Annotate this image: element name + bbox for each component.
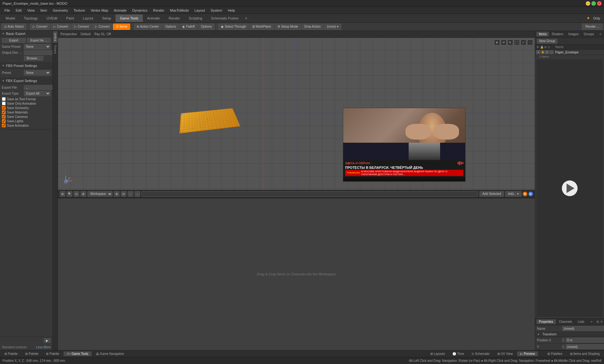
viewport-canvas[interactable]: ⊕ ↺ ↻ ⛶ ⤢ ⋮ 20:25 LIVE bbox=[58, 38, 535, 190]
auto-select-button[interactable]: ⊙ Auto Select bbox=[1, 24, 26, 30]
more-link[interactable]: More bbox=[43, 345, 51, 349]
menu-edit[interactable]: Edit bbox=[13, 8, 24, 13]
rp-tab-items[interactable]: Items bbox=[536, 32, 549, 36]
play-button[interactable]: ▶ bbox=[528, 192, 533, 196]
rp-tab-shaders[interactable]: Shaders bbox=[549, 32, 566, 36]
export-section-header[interactable]: ▼ Basic Export bbox=[0, 31, 53, 37]
items-shading-button[interactable]: ⊞ Items and Shading bbox=[567, 351, 603, 356]
props-pop-out-icon[interactable]: ⊞ bbox=[596, 320, 599, 323]
workspace-select[interactable]: Workspace bbox=[87, 191, 113, 197]
vp-tool-3[interactable]: ↻ bbox=[507, 40, 513, 45]
menu-dynamics[interactable]: Dynamics bbox=[130, 8, 150, 13]
tl-fit-button[interactable]: ⊡ bbox=[74, 191, 79, 197]
mesh-icon[interactable]: ⊞ bbox=[545, 50, 549, 54]
side-tab-baking[interactable]: Baking bbox=[53, 43, 58, 56]
props-tab-properties[interactable]: Properties bbox=[536, 319, 556, 324]
export-file-input[interactable] bbox=[24, 85, 53, 90]
item-type-icon[interactable]: □ bbox=[550, 50, 553, 54]
rp-item-paper-envelope[interactable]: 👁 🔒 ⊞ □ Paper_Envelope bbox=[535, 50, 604, 55]
position-y-input[interactable] bbox=[566, 344, 604, 349]
menu-help[interactable]: Help bbox=[225, 8, 238, 13]
tab-paint[interactable]: Paint bbox=[62, 14, 78, 22]
bot-tab-palette-1[interactable]: ⊞ Palette bbox=[1, 351, 21, 356]
vp-tool-1[interactable]: ⊕ bbox=[494, 40, 500, 45]
menu-render[interactable]: Render bbox=[150, 8, 167, 13]
maximize-button[interactable]: □ bbox=[591, 1, 596, 6]
export-as-button[interactable]: Export As ... bbox=[27, 38, 51, 43]
menu-file[interactable]: File bbox=[2, 8, 13, 13]
tab-game-tools[interactable]: Game Tools bbox=[115, 14, 143, 22]
output-dir-input[interactable] bbox=[24, 50, 53, 55]
tl-nav-4[interactable]: ↓ bbox=[135, 191, 140, 197]
save-lights-checkbox[interactable] bbox=[2, 119, 6, 123]
lock-icon[interactable]: 🔒 bbox=[541, 50, 545, 54]
save-animation-checkbox[interactable] bbox=[2, 124, 6, 127]
bot-tab-game-nav[interactable]: 🕹 Game Navigation bbox=[93, 351, 127, 356]
palettes-button[interactable]: ⊞ Palettes bbox=[544, 351, 565, 356]
tab-layout[interactable]: Layout bbox=[78, 14, 98, 22]
setup-mode-button[interactable]: ⚙ Setup Mode bbox=[275, 24, 301, 30]
eye-icon[interactable]: 👁 bbox=[536, 50, 540, 54]
bot-tab-game-tools[interactable]: 🎮 Game Tools bbox=[64, 351, 91, 356]
bot-tab-palette-2[interactable]: ⊞ Palette bbox=[22, 351, 42, 356]
props-close-icon[interactable]: ✕ bbox=[600, 320, 603, 323]
tl-zoom-button[interactable]: 🔍 bbox=[67, 191, 72, 197]
save-only-animation-checkbox[interactable] bbox=[2, 102, 6, 105]
action-center-button[interactable]: ⊕ Action Center bbox=[134, 24, 162, 30]
tab-model[interactable]: Model bbox=[1, 14, 20, 22]
items-button[interactable]: ☰ Items bbox=[113, 24, 130, 30]
props-tab-add[interactable]: + bbox=[589, 320, 594, 324]
side-tab-export[interactable]: Export bbox=[53, 31, 58, 43]
position-y-lock-icon[interactable]: ○ bbox=[562, 345, 564, 349]
fbx-preset-header[interactable]: ▼ FBX Preset Settings bbox=[0, 63, 53, 69]
bot-tab-uv-view[interactable]: ⊞ UV View bbox=[494, 351, 516, 356]
fbx-export-header[interactable]: ▼ FBX Export Settings bbox=[0, 78, 53, 84]
tl-nav-1[interactable]: ⊞ bbox=[114, 191, 120, 197]
menu-system[interactable]: System bbox=[208, 8, 225, 13]
tl-nav-3[interactable]: ↑ bbox=[128, 191, 133, 197]
save-cameras-checkbox[interactable] bbox=[2, 115, 6, 119]
options-button-2[interactable]: Options bbox=[198, 24, 215, 30]
bot-tab-schematic[interactable]: ⊙ Schematic bbox=[468, 351, 493, 356]
save-geometry-checkbox[interactable] bbox=[2, 106, 6, 110]
new-group-button[interactable]: New Group bbox=[537, 39, 557, 44]
bot-tab-preview[interactable]: ▷ Preview bbox=[517, 351, 538, 356]
work-plane-button[interactable]: ⊞ WorkPlane bbox=[249, 24, 274, 30]
props-tab-channels[interactable]: Channels bbox=[556, 319, 575, 324]
menu-texture[interactable]: Texture bbox=[71, 8, 87, 13]
menu-animate[interactable]: Animate bbox=[111, 8, 129, 13]
tab-schematic-fusion[interactable]: Schematic Fusion bbox=[207, 14, 243, 22]
add-selected-button[interactable]: Add Selected bbox=[479, 191, 504, 197]
expand-button[interactable]: ▶ bbox=[44, 338, 51, 343]
select-through-button[interactable]: ◉ Select Through bbox=[218, 24, 249, 30]
options-button-1[interactable]: Options bbox=[162, 24, 179, 30]
bot-tab-layouts[interactable]: ⊞ Layouts bbox=[427, 351, 448, 356]
minimize-button[interactable]: ─ bbox=[586, 1, 590, 6]
less-link[interactable]: Less bbox=[36, 345, 42, 349]
rp-tab-groups[interactable]: Groups bbox=[581, 32, 597, 36]
tl-prev-button[interactable]: ⊞ bbox=[60, 191, 65, 197]
vp-tool-expand[interactable]: ⛶ bbox=[514, 40, 520, 45]
menu-layout[interactable]: Layout bbox=[192, 8, 207, 13]
vp-tool-more[interactable]: ⋮ bbox=[527, 40, 533, 45]
convert-button-4[interactable]: ▷ Convert bbox=[92, 24, 112, 30]
add-dropdown[interactable]: Add... ▾ bbox=[505, 191, 522, 197]
thumbnail-play-button[interactable] bbox=[562, 180, 578, 196]
menu-vertex-map[interactable]: Vertex Map bbox=[88, 8, 111, 13]
browse-button[interactable]: Browse ... bbox=[24, 56, 43, 61]
drop-action-button[interactable]: Drop Action bbox=[302, 24, 324, 30]
preset-select[interactable]: None bbox=[24, 70, 51, 75]
export-type-select[interactable]: Export All bbox=[24, 91, 51, 96]
rp-tab-images[interactable]: Images bbox=[566, 32, 581, 36]
save-materials-checkbox[interactable] bbox=[2, 110, 6, 114]
export-button[interactable]: Export bbox=[2, 38, 26, 43]
game-preset-select[interactable]: None bbox=[24, 44, 51, 49]
render-button[interactable]: Render ... bbox=[582, 24, 603, 30]
tab-scripting[interactable]: Scripting bbox=[184, 14, 207, 22]
record-button[interactable]: ⏺ bbox=[523, 192, 527, 196]
convert-button-2[interactable]: ▷ Convert bbox=[51, 24, 71, 30]
menu-view[interactable]: View bbox=[25, 8, 37, 13]
bot-tab-time[interactable]: 🕐 Time bbox=[449, 351, 467, 356]
tab-topology[interactable]: Topology bbox=[20, 14, 42, 22]
tab-uvedit[interactable]: UVEdit bbox=[42, 14, 62, 22]
